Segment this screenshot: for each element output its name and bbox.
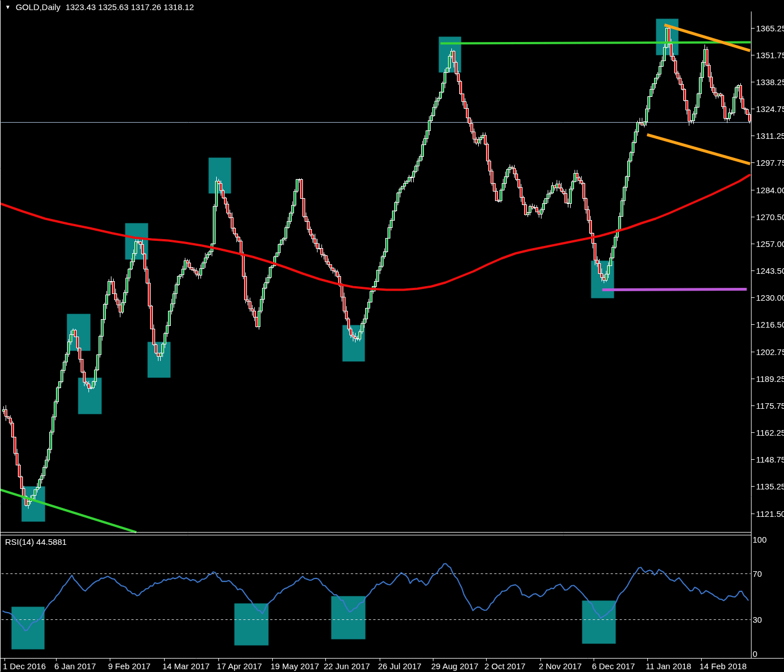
symbol-dropdown-arrow-icon: ▼ xyxy=(5,3,11,11)
time-axis[interactable]: 1 Dec 20166 Jan 20179 Feb 201714 Mar 201… xyxy=(0,658,784,672)
rsi-indicator-label: RSI(14) 44.5881 xyxy=(5,537,67,547)
time-axis-label: 17 Apr 2017 xyxy=(217,661,262,671)
time-axis-label: 1 Dec 2016 xyxy=(3,661,46,671)
price-axis-label: 1202.75 xyxy=(756,347,784,357)
price-axis-label: 1324.75 xyxy=(756,104,784,114)
time-axis-label: 26 Jul 2017 xyxy=(378,661,422,671)
time-axis-label: 14 Mar 2017 xyxy=(162,661,209,671)
time-axis-label: 2 Nov 2017 xyxy=(539,661,582,671)
price-axis-label: 1365.25 xyxy=(756,24,784,33)
price-axis-label: 1351.75 xyxy=(756,50,784,60)
price-axis-label: 1135.25 xyxy=(756,482,784,491)
price-axis-label: 1175.75 xyxy=(756,401,784,410)
time-axis-label: 2 Oct 2017 xyxy=(484,661,525,671)
price-axis-label: 1338.25 xyxy=(756,77,784,87)
price-axis-label: 1148.75 xyxy=(756,455,784,464)
price-axis-label: 1189.25 xyxy=(756,374,784,384)
price-axis-label: 1270.50 xyxy=(756,212,784,222)
symbol-period-label: GOLD,Daily xyxy=(16,2,60,12)
price-axis-label: 1297.75 xyxy=(756,158,784,167)
price-axis-label: 1162.25 xyxy=(756,428,784,437)
rsi-axis-label: 0 xyxy=(753,649,757,659)
time-axis-label: 19 May 2017 xyxy=(270,661,319,671)
price-axis-label: 1121.50 xyxy=(756,509,784,519)
time-axis-label: 6 Dec 2017 xyxy=(592,661,635,671)
time-axis-label: 11 Jan 2018 xyxy=(646,661,691,671)
price-axis-label: 1230.00 xyxy=(756,293,784,302)
price-axis-label: 1284.00 xyxy=(756,185,784,195)
price-axis-label: 1243.50 xyxy=(756,266,784,276)
ohlc-readout: 1323.43 1325.63 1317.26 1318.12 xyxy=(66,2,194,12)
rsi-axis-label: 30 xyxy=(753,615,762,624)
time-axis-label: 6 Jan 2017 xyxy=(54,661,96,671)
price-axis-label: 1311.25 xyxy=(756,131,784,141)
chart-title-bar: ▼ GOLD,Daily 1323.43 1325.63 1317.26 131… xyxy=(5,2,194,12)
time-axis-label: 29 Aug 2017 xyxy=(431,661,478,671)
chart-window: ▼ GOLD,Daily 1323.43 1325.63 1317.26 131… xyxy=(0,0,784,672)
price-axis-label: 1216.50 xyxy=(756,320,784,329)
price-axis[interactable]: 1318.12 1365.251351.751338.251324.751311… xyxy=(752,0,784,672)
price-axis-label: 1257.00 xyxy=(756,239,784,249)
rsi-axis-label: 70 xyxy=(753,569,762,578)
time-axis-label: 9 Feb 2017 xyxy=(108,661,151,671)
time-axis-label: 14 Feb 2018 xyxy=(699,661,746,671)
rsi-axis-label: 100 xyxy=(753,535,767,544)
price-chart-canvas[interactable] xyxy=(0,0,784,672)
time-axis-label: 22 Jun 2017 xyxy=(324,661,370,671)
